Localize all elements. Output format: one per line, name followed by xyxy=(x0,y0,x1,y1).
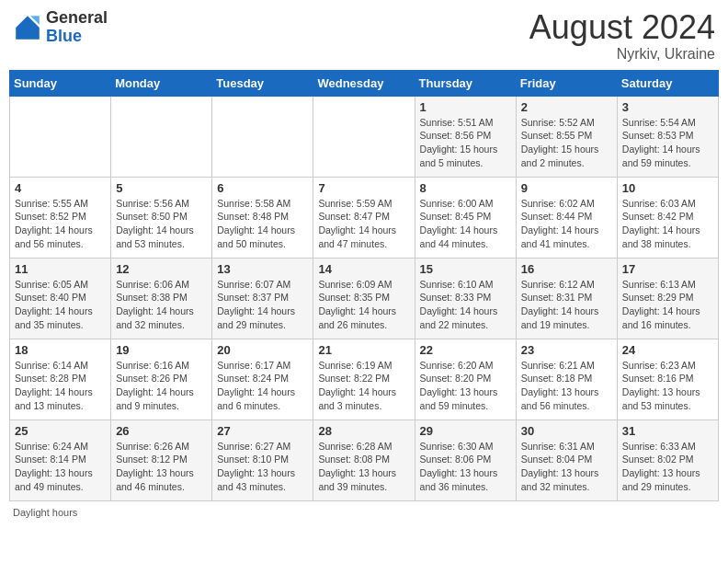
calendar-week-3: 11Sunrise: 6:05 AM Sunset: 8:40 PM Dayli… xyxy=(10,258,719,339)
day-number: 17 xyxy=(622,262,713,276)
calendar-cell: 26Sunrise: 6:26 AM Sunset: 8:12 PM Dayli… xyxy=(111,419,212,500)
day-info: Sunrise: 5:54 AM Sunset: 8:53 PM Dayligh… xyxy=(622,116,713,170)
calendar-cell: 7Sunrise: 5:59 AM Sunset: 8:47 PM Daylig… xyxy=(313,177,415,258)
calendar-cell: 24Sunrise: 6:23 AM Sunset: 8:16 PM Dayli… xyxy=(617,339,718,419)
calendar-cell: 14Sunrise: 6:09 AM Sunset: 8:35 PM Dayli… xyxy=(313,258,415,339)
calendar-header-row: SundayMondayTuesdayWednesdayThursdayFrid… xyxy=(10,70,719,96)
day-info: Sunrise: 6:30 AM Sunset: 8:06 PM Dayligh… xyxy=(420,440,511,494)
calendar-cell xyxy=(212,96,313,177)
calendar-cell: 17Sunrise: 6:13 AM Sunset: 8:29 PM Dayli… xyxy=(617,258,718,339)
location-subtitle: Nyrkiv, Ukraine xyxy=(529,46,715,63)
day-number: 5 xyxy=(116,181,207,195)
calendar-cell: 22Sunrise: 6:20 AM Sunset: 8:20 PM Dayli… xyxy=(415,339,516,419)
day-number: 31 xyxy=(622,424,713,438)
day-number: 11 xyxy=(15,262,106,276)
calendar-cell: 20Sunrise: 6:17 AM Sunset: 8:24 PM Dayli… xyxy=(212,339,313,419)
day-info: Sunrise: 6:17 AM Sunset: 8:24 PM Dayligh… xyxy=(217,359,308,413)
calendar-cell: 29Sunrise: 6:30 AM Sunset: 8:06 PM Dayli… xyxy=(415,419,516,500)
day-number: 8 xyxy=(420,181,511,195)
calendar-cell: 25Sunrise: 6:24 AM Sunset: 8:14 PM Dayli… xyxy=(10,419,111,500)
day-info: Sunrise: 6:27 AM Sunset: 8:10 PM Dayligh… xyxy=(217,440,308,494)
calendar-cell xyxy=(313,96,415,177)
logo-general-text: General xyxy=(46,9,108,28)
day-number: 23 xyxy=(521,343,612,357)
day-info: Sunrise: 6:14 AM Sunset: 8:28 PM Dayligh… xyxy=(15,359,106,413)
day-number: 6 xyxy=(217,181,308,195)
calendar-cell xyxy=(111,96,212,177)
day-number: 13 xyxy=(217,262,308,276)
calendar-cell: 30Sunrise: 6:31 AM Sunset: 8:04 PM Dayli… xyxy=(516,419,617,500)
day-info: Sunrise: 6:10 AM Sunset: 8:33 PM Dayligh… xyxy=(420,278,511,332)
day-number: 12 xyxy=(116,262,207,276)
header-day-sunday: Sunday xyxy=(10,70,111,96)
day-info: Sunrise: 5:56 AM Sunset: 8:50 PM Dayligh… xyxy=(116,197,207,251)
day-number: 30 xyxy=(521,424,612,438)
day-info: Sunrise: 5:58 AM Sunset: 8:48 PM Dayligh… xyxy=(217,197,308,251)
header-day-tuesday: Tuesday xyxy=(212,70,313,96)
day-number: 7 xyxy=(318,181,409,195)
day-info: Sunrise: 6:03 AM Sunset: 8:42 PM Dayligh… xyxy=(622,197,713,251)
day-number: 9 xyxy=(521,181,612,195)
calendar-week-2: 4Sunrise: 5:55 AM Sunset: 8:52 PM Daylig… xyxy=(10,177,719,258)
day-info: Sunrise: 6:28 AM Sunset: 8:08 PM Dayligh… xyxy=(318,440,409,494)
logo-icon xyxy=(13,13,42,42)
day-info: Sunrise: 5:52 AM Sunset: 8:55 PM Dayligh… xyxy=(521,116,612,170)
calendar-cell: 13Sunrise: 6:07 AM Sunset: 8:37 PM Dayli… xyxy=(212,258,313,339)
title-block: August 2024 Nyrkiv, Ukraine xyxy=(529,9,715,63)
day-info: Sunrise: 6:07 AM Sunset: 8:37 PM Dayligh… xyxy=(217,278,308,332)
day-number: 4 xyxy=(15,181,106,195)
day-number: 29 xyxy=(420,424,511,438)
calendar-cell xyxy=(10,96,111,177)
day-info: Sunrise: 6:00 AM Sunset: 8:45 PM Dayligh… xyxy=(420,197,511,251)
header-day-friday: Friday xyxy=(516,70,617,96)
day-number: 10 xyxy=(622,181,713,195)
calendar-cell: 27Sunrise: 6:27 AM Sunset: 8:10 PM Dayli… xyxy=(212,419,313,500)
day-number: 26 xyxy=(116,424,207,438)
day-number: 28 xyxy=(318,424,409,438)
day-number: 3 xyxy=(622,100,713,114)
day-info: Sunrise: 6:33 AM Sunset: 8:02 PM Dayligh… xyxy=(622,440,713,494)
header-day-monday: Monday xyxy=(111,70,212,96)
logo-blue-text: Blue xyxy=(46,28,108,46)
day-number: 16 xyxy=(521,262,612,276)
day-info: Sunrise: 5:51 AM Sunset: 8:56 PM Dayligh… xyxy=(420,116,511,170)
calendar-cell: 2Sunrise: 5:52 AM Sunset: 8:55 PM Daylig… xyxy=(516,96,617,177)
calendar-cell: 19Sunrise: 6:16 AM Sunset: 8:26 PM Dayli… xyxy=(111,339,212,419)
daylight-label: Daylight hours xyxy=(13,507,77,518)
day-number: 14 xyxy=(318,262,409,276)
calendar-cell: 5Sunrise: 5:56 AM Sunset: 8:50 PM Daylig… xyxy=(111,177,212,258)
calendar-cell: 8Sunrise: 6:00 AM Sunset: 8:45 PM Daylig… xyxy=(415,177,516,258)
header-day-wednesday: Wednesday xyxy=(313,70,415,96)
month-year-title: August 2024 xyxy=(529,9,715,46)
day-number: 1 xyxy=(420,100,511,114)
calendar-cell: 4Sunrise: 5:55 AM Sunset: 8:52 PM Daylig… xyxy=(10,177,111,258)
day-info: Sunrise: 6:12 AM Sunset: 8:31 PM Dayligh… xyxy=(521,278,612,332)
calendar-cell: 6Sunrise: 5:58 AM Sunset: 8:48 PM Daylig… xyxy=(212,177,313,258)
day-number: 24 xyxy=(622,343,713,357)
day-info: Sunrise: 6:13 AM Sunset: 8:29 PM Dayligh… xyxy=(622,278,713,332)
day-info: Sunrise: 6:19 AM Sunset: 8:22 PM Dayligh… xyxy=(318,359,409,413)
calendar-cell: 31Sunrise: 6:33 AM Sunset: 8:02 PM Dayli… xyxy=(617,419,718,500)
calendar-cell: 15Sunrise: 6:10 AM Sunset: 8:33 PM Dayli… xyxy=(415,258,516,339)
day-info: Sunrise: 6:05 AM Sunset: 8:40 PM Dayligh… xyxy=(15,278,106,332)
day-number: 25 xyxy=(15,424,106,438)
day-info: Sunrise: 6:20 AM Sunset: 8:20 PM Dayligh… xyxy=(420,359,511,413)
day-info: Sunrise: 6:31 AM Sunset: 8:04 PM Dayligh… xyxy=(521,440,612,494)
calendar-cell: 28Sunrise: 6:28 AM Sunset: 8:08 PM Dayli… xyxy=(313,419,415,500)
calendar-week-5: 25Sunrise: 6:24 AM Sunset: 8:14 PM Dayli… xyxy=(10,419,719,500)
day-number: 21 xyxy=(318,343,409,357)
day-number: 22 xyxy=(420,343,511,357)
day-info: Sunrise: 5:59 AM Sunset: 8:47 PM Dayligh… xyxy=(318,197,409,251)
day-info: Sunrise: 5:55 AM Sunset: 8:52 PM Dayligh… xyxy=(15,197,106,251)
logo: General Blue xyxy=(13,9,108,46)
day-info: Sunrise: 6:06 AM Sunset: 8:38 PM Dayligh… xyxy=(116,278,207,332)
day-info: Sunrise: 6:16 AM Sunset: 8:26 PM Dayligh… xyxy=(116,359,207,413)
calendar-cell: 3Sunrise: 5:54 AM Sunset: 8:53 PM Daylig… xyxy=(617,96,718,177)
calendar-cell: 16Sunrise: 6:12 AM Sunset: 8:31 PM Dayli… xyxy=(516,258,617,339)
calendar-cell: 1Sunrise: 5:51 AM Sunset: 8:56 PM Daylig… xyxy=(415,96,516,177)
calendar-cell: 11Sunrise: 6:05 AM Sunset: 8:40 PM Dayli… xyxy=(10,258,111,339)
footer: Daylight hours xyxy=(9,507,719,518)
header-day-saturday: Saturday xyxy=(617,70,718,96)
day-number: 18 xyxy=(15,343,106,357)
calendar-week-1: 1Sunrise: 5:51 AM Sunset: 8:56 PM Daylig… xyxy=(10,96,719,177)
